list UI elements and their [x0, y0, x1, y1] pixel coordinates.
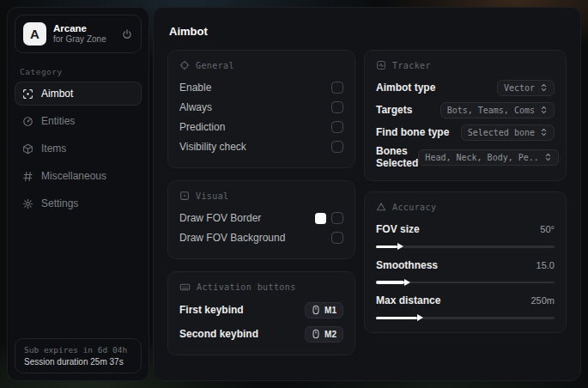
bones-selected-select[interactable]: Head, Neck, Body, Pe.. — [418, 149, 558, 166]
smoothness-setting: Smoothness 15.0 — [376, 256, 555, 284]
sidebar-item-aimbot[interactable]: Aimbot — [15, 82, 142, 106]
app-name: Arcane — [53, 23, 114, 34]
visual-panel: Visual Draw FOV Border Draw FOV Backgrou… — [167, 180, 355, 259]
setting-label: Bones Selected — [376, 145, 418, 169]
panel-title: Tracker — [392, 61, 431, 70]
panel-title: Accuracy — [392, 203, 436, 212]
fov-border-color-swatch[interactable] — [315, 213, 326, 224]
sidebar-item-miscellaneous[interactable]: Miscellaneous — [15, 164, 142, 188]
gear-icon — [22, 198, 33, 209]
second-keybind-button[interactable]: M2 — [305, 326, 343, 343]
general-panel: General Enable Always Prediction — [167, 50, 355, 168]
smoothness-slider[interactable] — [376, 282, 555, 284]
frame-icon — [179, 191, 190, 201]
subscription-info: Sub expires in 6d 04h Session duration 2… — [15, 338, 142, 373]
mouse-icon — [312, 329, 320, 339]
fov-size-setting: FOV size 50° — [376, 220, 555, 248]
draw-fov-background-checkbox[interactable] — [331, 232, 343, 244]
mouse-icon — [312, 305, 320, 315]
always-checkbox[interactable] — [331, 101, 343, 113]
radar-icon — [22, 116, 33, 127]
hash-icon — [22, 171, 33, 182]
power-icon[interactable] — [121, 28, 133, 40]
keybind-value: M2 — [324, 330, 336, 339]
select-value: Head, Neck, Body, Pe.. — [425, 153, 538, 162]
sidebar-item-label: Entities — [41, 115, 75, 127]
setting-row-draw-fov-background: Draw FOV Background — [179, 228, 343, 247]
accuracy-panel: Accuracy FOV size 50° Smoothne — [364, 191, 567, 333]
panel-title: Activation buttons — [197, 282, 296, 292]
setting-label: Targets — [376, 104, 412, 116]
package-icon — [22, 143, 33, 155]
max-distance-value: 250m — [530, 295, 555, 306]
setting-label: Smoothness — [376, 259, 438, 271]
setting-row-first-keybind: First keybind M1 — [179, 300, 343, 319]
setting-label: Visibility check — [179, 141, 246, 153]
main-content: Aimbot General Enable — [153, 7, 581, 381]
fov-size-value: 50° — [540, 224, 555, 234]
panel-title: Visual — [196, 191, 229, 201]
tracker-panel: Tracker Aimbot type Vector — [364, 50, 567, 181]
first-keybind-button[interactable]: M1 — [305, 302, 343, 318]
setting-label: FOV size — [376, 223, 420, 235]
setting-label: Prediction — [179, 121, 225, 133]
max-distance-setting: Max distance 250m — [376, 291, 555, 319]
sidebar-item-label: Settings — [41, 197, 78, 209]
crosshair-icon — [179, 60, 190, 70]
sidebar-item-items[interactable]: Items — [15, 136, 142, 161]
category-nav: Aimbot Entities Items — [8, 82, 149, 215]
chevron-up-down-icon — [544, 153, 552, 161]
chevron-up-down-icon — [540, 128, 548, 136]
slider-thumb[interactable] — [404, 279, 410, 286]
visibility-check-checkbox[interactable] — [331, 141, 343, 153]
select-value: Bots, Teams, Coms — [447, 106, 535, 115]
activation-buttons-panel: Activation buttons First keybind M1 — [167, 271, 355, 355]
setting-row-bones-selected: Bones Selected Head, Neck, Body, Pe.. — [376, 145, 555, 169]
chevron-up-down-icon — [540, 106, 548, 114]
setting-label: Enable — [179, 82, 211, 94]
setting-row-aimbot-type: Aimbot type Vector — [376, 78, 555, 97]
setting-label: Always — [179, 101, 212, 113]
setting-label: Max distance — [376, 294, 440, 306]
max-distance-slider[interactable] — [376, 317, 555, 319]
crosshair-icon — [22, 88, 33, 100]
slider-thumb[interactable] — [417, 314, 423, 321]
select-value: Vector — [504, 83, 535, 93]
sidebar-item-label: Aimbot — [41, 88, 73, 100]
panel-title: General — [196, 61, 234, 70]
enable-checkbox[interactable] — [331, 82, 343, 94]
sidebar-item-entities[interactable]: Entities — [15, 109, 142, 133]
setting-row-draw-fov-border: Draw FOV Border — [179, 209, 343, 227]
setting-row-find-bone-type: Find bone type Selected bone — [376, 123, 555, 142]
setting-label: First keybind — [179, 304, 244, 316]
aimbot-type-select[interactable]: Vector — [497, 80, 555, 96]
setting-row-visibility-check: Visibility check — [179, 137, 343, 156]
smoothness-value: 15.0 — [536, 260, 555, 270]
app-logo: A — [23, 22, 46, 45]
fov-size-slider[interactable] — [376, 246, 555, 248]
find-bone-type-select[interactable]: Selected bone — [461, 124, 555, 141]
sidebar-item-label: Miscellaneous — [41, 170, 106, 182]
setting-label: Aimbot type — [376, 82, 435, 94]
activity-icon — [376, 60, 386, 70]
page-title: Aimbot — [169, 25, 565, 38]
setting-label: Second keybind — [179, 328, 258, 340]
sidebar-item-settings[interactable]: Settings — [15, 191, 142, 215]
session-duration-text: Session duration 25m 37s — [24, 357, 132, 367]
setting-label: Draw FOV Border — [179, 212, 261, 224]
setting-row-prediction: Prediction — [179, 118, 343, 136]
prediction-checkbox[interactable] — [331, 121, 343, 133]
select-value: Selected bone — [468, 128, 535, 137]
keybind-value: M1 — [324, 306, 336, 315]
targets-select[interactable]: Bots, Teams, Coms — [440, 102, 555, 118]
app-subtitle: for Gray Zone — [53, 34, 114, 45]
triangle-icon — [376, 202, 386, 212]
sidebar-item-label: Items — [41, 142, 66, 155]
setting-row-enable: Enable — [179, 78, 343, 97]
category-label: Category — [20, 67, 136, 76]
setting-label: Draw FOV Background — [179, 232, 285, 244]
draw-fov-border-checkbox[interactable] — [331, 212, 343, 224]
sub-expires-text: Sub expires in 6d 04h — [24, 345, 132, 355]
setting-label: Find bone type — [376, 126, 449, 138]
slider-thumb[interactable] — [397, 243, 403, 250]
